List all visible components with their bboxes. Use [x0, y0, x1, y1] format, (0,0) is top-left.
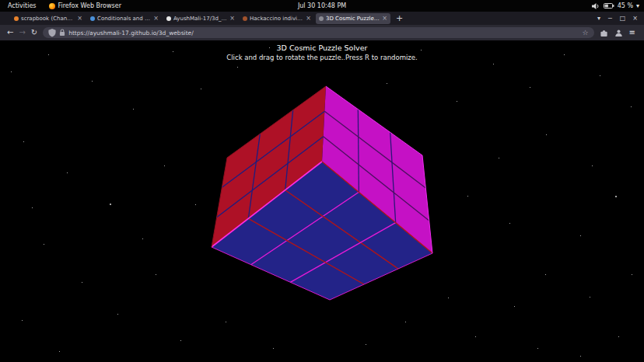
site-favicon — [319, 16, 324, 21]
tab-close-button[interactable]: × — [306, 16, 311, 22]
tab-1[interactable]: scrapbook (Channel) - H...× — [11, 13, 86, 24]
tab-3[interactable]: AyushMali-17/3d_website× — [163, 13, 238, 24]
volume-icon — [591, 2, 600, 10]
close-window-button[interactable]: × — [632, 15, 638, 22]
cube-svg[interactable] — [0, 40, 644, 362]
tab-title: 3D Cosmic Puzzle Solver — [326, 16, 380, 22]
conditionals-favicon — [90, 16, 95, 21]
page-content: 3D Cosmic Puzzle Solver Click and drag t… — [0, 40, 644, 362]
page-subtitle: Click and drag to rotate the puzzle. Pre… — [0, 54, 644, 61]
url-text[interactable]: https://ayushmali-17.github.io/3d_websit… — [68, 30, 579, 37]
battery-percent: 45 % — [618, 2, 633, 9]
minimize-button[interactable]: − — [607, 15, 613, 22]
reload-button[interactable]: ↻ — [31, 29, 37, 37]
menu-hamburger-icon[interactable]: ≡ — [629, 29, 635, 37]
tab-strip: scrapbook (Channel) - H...×Conditionals … — [11, 12, 392, 25]
extensions-icon[interactable] — [600, 29, 608, 37]
navigation-toolbar: ← → ↻ https://ayushmali-17.github.io/3d_… — [0, 25, 644, 40]
page-title: 3D Cosmic Puzzle Solver — [0, 44, 644, 52]
desktop: Activities Firefox Web Browser Jul 30 10… — [0, 0, 644, 362]
list-all-tabs-button[interactable]: ▾ — [597, 15, 600, 22]
tab-2[interactable]: Conditionals and Loops -× — [87, 13, 162, 24]
system-menu-chevron: ▾ — [636, 2, 639, 9]
app-menu[interactable]: Firefox Web Browser — [49, 2, 121, 9]
scrapbook-favicon — [14, 16, 19, 21]
maximize-button[interactable]: □ — [620, 15, 626, 22]
tab-5[interactable]: 3D Cosmic Puzzle Solver× — [316, 13, 390, 24]
battery-icon — [604, 2, 614, 9]
firefox-logo-icon — [49, 3, 55, 9]
tab-title: Hackaccino individuals — [250, 16, 303, 22]
tab-4[interactable]: Hackaccino individuals× — [240, 13, 314, 24]
tracking-shield-icon[interactable] — [48, 29, 56, 37]
forward-button[interactable]: → — [19, 29, 25, 37]
system-top-bar: Activities Firefox Web Browser Jul 30 10… — [0, 0, 644, 12]
tab-bar: scrapbook (Channel) - H...×Conditionals … — [0, 12, 644, 25]
lock-icon[interactable] — [59, 29, 65, 37]
new-tab-button[interactable]: + — [396, 14, 403, 23]
hackaccino-favicon — [243, 16, 247, 21]
bookmark-star-icon[interactable]: ☆ — [583, 30, 589, 37]
tab-close-button[interactable]: × — [229, 16, 235, 22]
activities-button[interactable]: Activities — [5, 2, 40, 9]
tab-title: scrapbook (Channel) - H... — [21, 16, 75, 22]
back-button[interactable]: ← — [7, 29, 13, 37]
tab-close-button[interactable]: × — [77, 16, 82, 22]
app-menu-label: Firefox Web Browser — [58, 2, 121, 9]
tab-title: AyushMali-17/3d_website — [173, 16, 227, 22]
system-clock[interactable]: Jul 30 10:48 PM — [298, 2, 346, 9]
account-icon[interactable] — [614, 29, 623, 37]
window-controls: ▾ − □ × — [597, 15, 644, 22]
tab-close-button[interactable]: × — [153, 16, 159, 22]
tab-title: Conditionals and Loops - — [97, 16, 151, 22]
tab-close-button[interactable]: × — [382, 16, 387, 22]
url-bar[interactable]: https://ayushmali-17.github.io/3d_websit… — [43, 27, 593, 38]
toolbar-icons: ≡ — [600, 29, 637, 37]
github-favicon — [166, 16, 171, 21]
system-tray[interactable]: 45 % ▾ — [591, 2, 639, 10]
